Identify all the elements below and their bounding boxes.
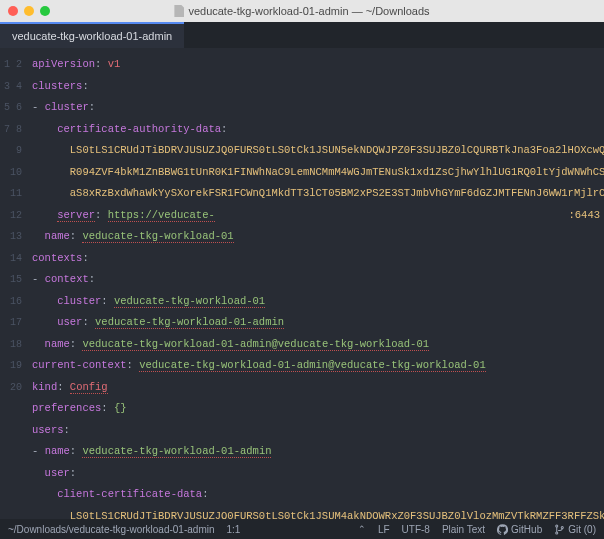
file-icon <box>174 5 184 17</box>
window-titlebar: veducate-tkg-workload-01-admin — ~/Downl… <box>0 0 604 22</box>
line-number-gutter: 1 2 3 4 5 6 7 8 9 10 11 12 13 14 15 16 1… <box>0 48 28 519</box>
window-title: veducate-tkg-workload-01-admin — ~/Downl… <box>0 5 604 17</box>
tab-active[interactable]: veducate-tkg-workload-01-admin <box>0 22 184 48</box>
status-github[interactable]: GitHub <box>497 524 542 535</box>
status-encoding[interactable]: UTF-8 <box>402 524 430 535</box>
status-filepath[interactable]: ~/Downloads/veducate-tkg-workload-01-adm… <box>8 524 215 535</box>
tab-label: veducate-tkg-workload-01-admin <box>12 30 172 42</box>
tab-bar: veducate-tkg-workload-01-admin <box>0 22 604 48</box>
status-cursor-position[interactable]: 1:1 <box>227 524 241 535</box>
status-bar: ~/Downloads/veducate-tkg-workload-01-adm… <box>0 519 604 539</box>
svg-point-2 <box>561 526 563 528</box>
status-grammar[interactable]: Plain Text <box>442 524 485 535</box>
editor-pane[interactable]: 1 2 3 4 5 6 7 8 9 10 11 12 13 14 15 16 1… <box>0 48 604 519</box>
svg-point-1 <box>556 531 558 533</box>
svg-point-0 <box>556 525 558 527</box>
chevron-up-icon[interactable]: ⌃ <box>358 524 366 534</box>
code-right-edge: :6443 <box>564 54 604 226</box>
status-line-ending[interactable]: LF <box>378 524 390 535</box>
status-git-branch[interactable]: Git (0) <box>554 524 596 535</box>
git-branch-icon <box>554 524 565 535</box>
github-icon <box>497 524 508 535</box>
window-title-text: veducate-tkg-workload-01-admin — ~/Downl… <box>188 5 429 17</box>
code-area[interactable]: apiVersion: v1 clusters: - cluster: cert… <box>28 48 604 519</box>
